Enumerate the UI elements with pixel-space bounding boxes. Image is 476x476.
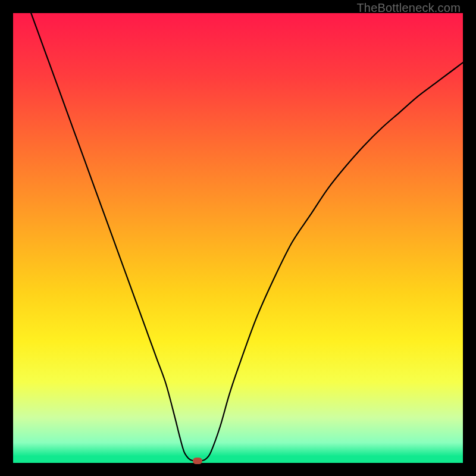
gradient-background (13, 13, 463, 463)
bottleneck-chart (13, 13, 463, 463)
watermark-text: TheBottleneck.com (356, 1, 461, 15)
chart-frame (13, 13, 463, 463)
optimal-point-marker (193, 458, 203, 464)
